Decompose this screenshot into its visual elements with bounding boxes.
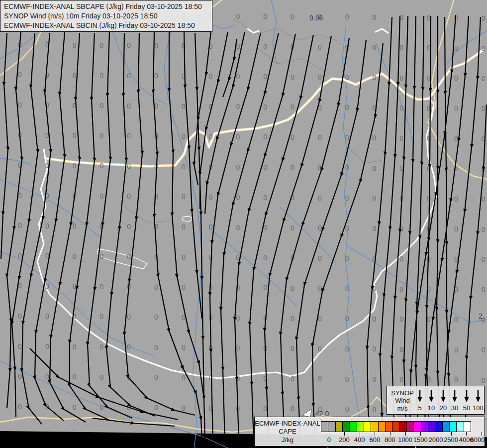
cin-value-label: 0 <box>263 133 267 141</box>
cape-colorbar <box>321 421 471 432</box>
cin-value-label: 0 <box>127 72 131 80</box>
cin-value-label: 0 <box>73 71 77 79</box>
cin-value-label: 0 <box>18 372 22 380</box>
cin-value-label: 0 <box>318 345 322 353</box>
cin-value-label: 0 <box>373 285 377 293</box>
cin-value-label: 0 <box>345 405 349 413</box>
streamline <box>88 32 132 418</box>
cin-value-label: 0 <box>373 224 377 232</box>
title-sbcape: ECMWF-INDEX-ANAL SBCAPE (J/kg) Friday 03… <box>4 2 208 11</box>
cin-value-label: 0 <box>154 72 158 80</box>
cin-value-label: 0 <box>18 403 22 411</box>
cin-value-label: 0 <box>209 223 213 231</box>
cape-color-cell <box>371 421 378 432</box>
streamline <box>7 32 22 408</box>
cin-value-label: 0 <box>291 13 294 21</box>
cin-value-label: 0 <box>454 195 458 203</box>
cin-value-label: 0 <box>399 104 403 112</box>
cin-value-label: 0 <box>373 194 377 202</box>
streamline <box>210 33 261 440</box>
cape-color-cell <box>435 421 442 432</box>
cin-value-label: 0 <box>427 316 431 324</box>
cape-color-cell <box>413 421 421 432</box>
cin-value-label: 0 <box>45 222 49 230</box>
cape-color-cell <box>335 421 343 432</box>
cin-value-label: 0 <box>482 195 486 203</box>
cape-legend-title: ECMWF-INDEX-ANAL <box>255 420 320 427</box>
wind-arrow-icon <box>475 390 482 403</box>
station-marker <box>302 409 311 417</box>
cin-value-label: 0 <box>373 345 377 353</box>
cape-color-cell <box>342 421 350 432</box>
cin-value-label: 0 <box>73 373 77 381</box>
cape-color-cell <box>392 421 399 432</box>
cin-value-label: 0 <box>373 43 377 51</box>
wind-legend: SYNOP Wind m/s 510203050100 <box>387 386 485 415</box>
cape-tick <box>360 432 360 436</box>
gray-border <box>256 47 322 70</box>
cin-value-label: 0 <box>345 315 349 323</box>
cin-value-label: 0 <box>236 224 240 231</box>
cin-value-label: 0 <box>18 222 22 229</box>
cin-value-label: 0 <box>182 253 186 261</box>
cin-value-label: 0 <box>18 252 22 260</box>
cin-value-label: 0 <box>154 373 158 381</box>
station-value-label: 2. <box>479 312 485 320</box>
cin-value-label: 0 <box>127 253 131 261</box>
streamline <box>296 40 366 440</box>
cin-value-label: 0 <box>291 405 294 413</box>
cin-value-label: 0 <box>482 346 486 354</box>
cin-value-label: 0 <box>291 224 294 232</box>
cin-value-label: 0 <box>291 164 294 172</box>
cin-value-label: 0 <box>100 72 104 80</box>
cin-value-label: 0 <box>454 376 458 384</box>
cin-value-label: 0 <box>100 102 104 110</box>
lake-outline <box>97 249 147 269</box>
cin-value-label: 0 <box>345 13 349 21</box>
cin-value-label: 0 <box>318 133 322 141</box>
cin-value-label: 0 <box>73 162 77 170</box>
cin-value-label: 0 <box>263 12 267 20</box>
cin-value-label: 0 <box>399 285 403 293</box>
cin-value-label: 0 <box>373 375 377 383</box>
wind-arrow-icon <box>451 390 458 403</box>
cin-value-label: 0 <box>18 101 22 109</box>
cin-value-label: 0 <box>45 282 49 290</box>
cape-color-cell <box>399 421 407 432</box>
cape-color-cell <box>421 421 428 432</box>
cape-color-cell <box>449 421 457 432</box>
cin-value-label: 0 <box>18 71 22 79</box>
cin-value-label: 0 <box>182 404 186 412</box>
cape-color-cell <box>321 421 328 432</box>
cin-value-label: 0 <box>345 164 349 172</box>
cin-value-label: 0 <box>454 135 458 143</box>
streamline <box>1 33 8 259</box>
wind-speed-value: 100 <box>471 404 486 412</box>
cin-value-label: 0 <box>236 163 240 171</box>
white-border <box>351 99 437 329</box>
cin-value-label: 0 <box>482 255 486 263</box>
cin-value-label: 0 <box>482 14 486 22</box>
cin-value-label: 0 <box>399 134 403 142</box>
cape-color-cell <box>406 421 414 432</box>
cape-tick <box>466 432 467 436</box>
cin-value-label: 0 <box>291 284 294 292</box>
cin-value-label: 0 <box>454 316 458 324</box>
cin-value-label: 0 <box>127 162 131 170</box>
cape-color-cell <box>464 421 471 432</box>
cin-value-label: 0 <box>100 132 104 140</box>
cin-value-label: 0 <box>318 284 322 292</box>
streamline <box>169 32 204 398</box>
cin-value-label: 0 <box>127 192 131 200</box>
cin-value-label: 0 <box>182 193 186 201</box>
wind-legend-subtitle: Wind <box>387 397 418 404</box>
cin-value-label: 0 <box>73 252 77 260</box>
cin-value-label: 0 <box>209 133 213 141</box>
cin-value-label: 0 <box>399 315 403 323</box>
gray-border <box>124 207 173 223</box>
cin-value-label: 0 <box>100 343 104 351</box>
cape-tick <box>451 432 452 436</box>
cin-value-label: 0 <box>345 254 349 262</box>
title-wind: SYNOP Wind (m/s) 10m Friday 03-10-2025 1… <box>4 11 208 21</box>
cin-value-label: 0 <box>399 255 403 263</box>
